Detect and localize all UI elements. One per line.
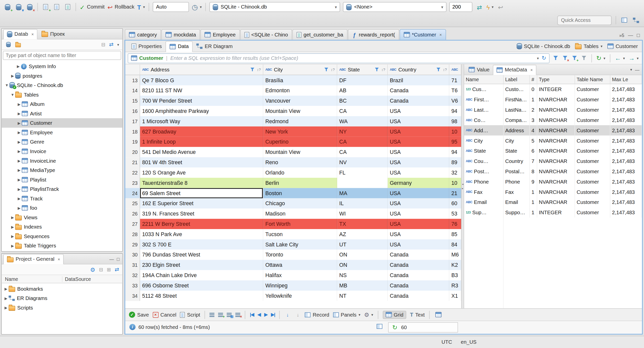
quick-access-input[interactable] [557,15,612,25]
cell-address[interactable]: Tauentzienstraße 8 [140,178,263,188]
editor-tab[interactable]: mockdata [162,29,200,40]
tree-item[interactable]: ▶ Scripts [2,303,123,313]
minimize-icon[interactable]: — [109,256,114,262]
metadata-row[interactable]: ABCEmail Email 1 NVARCHAR Customer 2,147… [464,197,642,207]
cell-postalcode[interactable]: R3 [449,280,461,291]
cell-address[interactable]: 120 S Orange Ave [140,167,263,178]
column-max-length[interactable]: Max Le [610,75,642,84]
cell-state[interactable]: NY [337,126,388,137]
row-number-cell[interactable]: 24 [125,188,140,198]
cell-city[interactable]: Orlando [263,167,337,178]
sort-indicator-icon[interactable]: ↕? [257,68,261,72]
cell-city[interactable]: Brasília [263,75,337,85]
cell-country[interactable]: Canada [388,291,449,301]
previous-row-button[interactable]: ◀ [258,312,261,317]
view-tab[interactable]: ER Diagram [193,41,236,52]
tree-expander-icon[interactable]: ▶ [16,196,22,200]
new-sql-editor-icon[interactable]: + [42,3,50,11]
tree-item[interactable]: ▶ Bookmarks [2,284,123,294]
set-filter-icon[interactable] [553,55,558,61]
cell-country[interactable]: Canada [388,260,449,270]
column-filter-icon[interactable] [437,68,440,71]
tree-expander-icon[interactable]: ▶ [10,225,15,229]
metadata-row[interactable]: ABCFax Fax 1 NVARCHAR Customer 2,147,483 [464,187,642,197]
cell-postalcode[interactable]: 98 [449,116,461,126]
open-sql-editor-icon[interactable] [53,3,61,11]
maximize-icon[interactable]: □ [117,256,119,262]
cell-state[interactable]: AB [337,85,388,96]
cell-state[interactable]: CA [337,106,388,116]
tree-item[interactable]: ▶ Artist [2,109,123,118]
cell-postalcode[interactable]: 76 [449,219,461,229]
row-number-cell[interactable]: 31 [125,260,140,270]
cell-state[interactable]: CA [337,137,388,147]
tree-item[interactable]: ▶ Playlist [2,175,123,185]
link-with-editor-icon[interactable]: ⇄ [115,267,119,272]
tree-item[interactable]: ▶ Track [2,194,123,203]
grid-view-toggle[interactable]: Grid [383,311,406,319]
cell-city[interactable]: Toronto [263,250,337,260]
cell-state[interactable]: DF [337,75,388,85]
metadata-row[interactable]: ABCState State 6 NVARCHAR Customer 2,147… [464,146,642,156]
cell-city[interactable]: Cupertino [263,137,337,147]
cell-country[interactable]: Canada [388,280,449,291]
cell-country[interactable]: USA [388,229,449,239]
cell-country[interactable]: USA [388,198,449,209]
tree-item[interactable]: ▶ InvoiceLine [2,156,123,165]
cell-address[interactable]: 5112 48 Street [140,291,263,301]
expand-all-icon[interactable]: ⊞ [107,267,111,272]
cell-postalcode[interactable]: V6 [449,96,461,106]
cell-city[interactable]: Edmonton [263,85,337,96]
cell-state[interactable]: CA [337,147,388,157]
metadata-row[interactable]: ABCCou… Country 7 NVARCHAR Customer 2,14… [464,156,642,166]
cell-city[interactable]: Salt Lake City [263,239,337,250]
sort-indicator-icon[interactable]: ↕? [331,68,335,72]
column-table-name[interactable]: Table Name [575,75,610,84]
row-number-cell[interactable]: 34 [125,291,140,301]
metadata-row[interactable]: ABCPost… Postal… 8 NVARCHAR Customer 2,1… [464,166,642,177]
filter-history-icon[interactable]: ▾ [537,56,539,60]
cell-state[interactable]: MA [337,188,388,198]
editor-tab[interactable]: get_customer_ba [293,29,347,40]
cell-country[interactable]: USA [388,157,449,167]
tree-item[interactable]: ▶ Genre [2,137,123,147]
row-number-cell[interactable]: 21 [125,157,140,167]
row-number-cell[interactable]: 18 [125,126,140,137]
duplicate-row-icon[interactable]: ⊞ [227,313,232,317]
tree-item[interactable]: ▶ Customer [2,118,123,128]
remove-filter-icon[interactable]: × [562,55,568,61]
cell-city[interactable]: Mountain View [263,106,337,116]
save-button[interactable]: ✓Save [129,312,149,318]
cell-state[interactable]: NS [337,270,388,280]
apply-filter-refresh-icon[interactable]: ↻ [542,55,546,61]
add-row-icon[interactable]: + [218,313,223,317]
tree-expander-icon[interactable]: ▶ [16,111,22,115]
filter-entity[interactable]: Customer [131,55,163,61]
undo-icon[interactable]: ↩ [496,3,505,11]
tree-expander-icon[interactable]: ▼ [4,83,9,87]
cell-city[interactable]: Redmond [263,116,337,126]
cell-state[interactable]: FL [337,167,388,178]
cell-postalcode[interactable]: 71 [449,75,461,85]
tree-expander-icon[interactable]: ▶ [3,296,9,300]
tree-item[interactable]: ▶ Employee [2,128,123,137]
tree-item[interactable]: ▶ Album [2,99,123,109]
cell-city[interactable]: Berlin [263,178,337,188]
refresh-settings-button[interactable]: ↻▾ [596,55,605,61]
tree-expander-icon[interactable]: ▶ [10,234,15,238]
transaction-monitor-button[interactable]: ◷▾ [192,4,202,11]
tree-expander-icon[interactable]: ▶ [16,140,22,144]
tree-expander-icon[interactable]: ▶ [16,121,22,125]
cell-country[interactable]: Canada [388,96,449,106]
tree-expander-icon[interactable]: ▼ [10,93,15,97]
tree-expander-icon[interactable]: ▶ [10,244,15,248]
cell-address[interactable]: 1 Microsoft Way [140,116,263,126]
tree-item[interactable]: ▶ ER Diagrams [2,293,123,303]
tree-item[interactable]: ▼ ✓ SQLite - Chinook.db [2,80,123,90]
fetch-next-page-icon[interactable]: ↓ [284,311,291,319]
cell-state[interactable]: WI [337,208,388,219]
breadcrumb-connection[interactable]: SQLite - Chinook.db [516,43,570,49]
compare-icon[interactable]: ⇄ [475,3,484,11]
column-name[interactable]: Name [2,276,63,282]
breadcrumb-container[interactable]: Tables▾ [575,43,602,49]
